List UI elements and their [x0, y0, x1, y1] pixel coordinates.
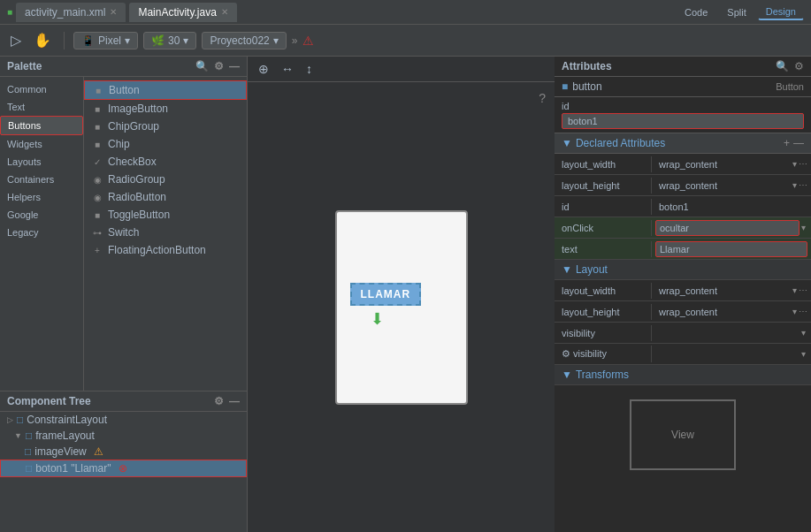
pan-tool-button[interactable]: ✋ — [30, 30, 55, 50]
palette-category-common[interactable]: Common — [0, 80, 83, 98]
declared-attrs-title: ▼ Declared Attributes — [562, 137, 665, 149]
llamar-button-label: LLAMAR — [361, 288, 411, 300]
button-item-icon: ■ — [92, 86, 104, 95]
framelayout-label: frameLayout — [35, 429, 95, 442]
declared-attrs-collapse-icon[interactable]: ▼ — [562, 137, 572, 149]
api-level-dropdown[interactable]: 🌿 30 ▾ — [143, 32, 196, 49]
layout-attr-value-container-visibility2: ▾ — [652, 347, 811, 361]
layout-attr-value-container-visibility: ▾ — [652, 326, 811, 339]
declared-attrs-add-icon[interactable]: + — [784, 137, 790, 149]
api-level-label: 30 — [168, 34, 180, 47]
palette-category-widgets[interactable]: Widgets — [0, 135, 83, 153]
layout-attr-value-visibility — [655, 331, 800, 335]
tree-item-imageview[interactable]: □ imageView ⚠ — [0, 444, 247, 460]
attributes-settings-icon[interactable]: ⚙ — [794, 60, 804, 72]
tree-item-boton1[interactable]: □ boton1 "Llamar" ⊗ — [0, 460, 247, 477]
palette-category-layouts[interactable]: Layouts — [0, 153, 83, 171]
component-tree-minimize-icon[interactable]: — — [229, 395, 240, 407]
palette-header-icons: 🔍 ⚙ — — [195, 60, 240, 72]
project-dropdown[interactable]: Proyecto022 ▾ — [202, 32, 286, 49]
code-mode-button[interactable]: Code — [677, 4, 715, 20]
refresh-button[interactable]: ⊕ — [255, 60, 272, 78]
palette-settings-icon[interactable]: ⚙ — [214, 60, 224, 72]
layout-width-extra-btn[interactable]: ⋯ — [799, 285, 807, 295]
split-mode-button[interactable]: Split — [719, 4, 754, 20]
attr-input-text[interactable] — [655, 241, 807, 257]
palette-item-fab[interactable]: + FloatingActionButton — [84, 241, 247, 259]
palette-item-chip[interactable]: ■ Chip — [84, 135, 247, 153]
palette-item-togglebutton[interactable]: ■ ToggleButton — [84, 206, 247, 224]
framelayout-expand-icon: ▼ — [14, 431, 22, 440]
attr-value-layout-height: wrap_content — [655, 179, 791, 193]
attr-layout-width-extra-btn[interactable]: ⋯ — [799, 159, 807, 169]
tab-java-label: MainActivity.java — [138, 6, 216, 19]
device-icon: 📱 — [81, 34, 95, 47]
palette-category-helpers[interactable]: Helpers — [0, 188, 83, 206]
error-indicator[interactable]: ⚠ — [302, 34, 314, 48]
layout-attr-dropdown-visibility[interactable]: ▾ — [800, 328, 807, 338]
tab-xml-close[interactable]: ✕ — [110, 7, 117, 17]
widget-name: ■ button — [562, 80, 602, 93]
declared-attrs-label: Declared Attributes — [576, 137, 665, 149]
palette-item-switch[interactable]: ⊶ Switch — [84, 224, 247, 241]
layout-attr-dropdown-width[interactable]: ▾ — [791, 285, 799, 295]
layout-attr-name-visibility2: ⚙ visibility — [555, 346, 652, 362]
attr-name-id: id — [555, 199, 652, 215]
palette-item-button[interactable]: ■ Button — [84, 80, 247, 100]
layout-attr-name-width: layout_width — [555, 283, 652, 299]
palette-close-icon[interactable]: — — [229, 60, 240, 72]
attributes-title: Attributes — [562, 60, 612, 72]
declared-attrs-remove-icon[interactable]: — — [793, 137, 804, 149]
tab-xml-icon: ■ — [7, 7, 12, 17]
chipgroup-item-label: ChipGroup — [108, 120, 159, 133]
layout-height-extra-btn[interactable]: ⋯ — [799, 307, 807, 316]
chipgroup-item-icon: ■ — [91, 122, 103, 132]
attr-value-id: boton1 — [655, 200, 807, 214]
select-tool-button[interactable]: ▷ — [7, 30, 25, 50]
attr-dropdown-layout-width[interactable]: ▾ — [791, 159, 799, 169]
palette-category-containers[interactable]: Containers — [0, 171, 83, 188]
palette-items: ■ Button ■ ImageButton ■ ChipGroup ■ Chi… — [84, 77, 247, 391]
component-tree-settings-icon[interactable]: ⚙ — [214, 395, 224, 407]
tab-java-close[interactable]: ✕ — [221, 7, 228, 17]
id-input[interactable] — [562, 113, 804, 129]
tree-item-constraintlayout[interactable]: ▷ □ ConstraintLayout — [0, 412, 247, 428]
attr-dropdown-layout-height[interactable]: ▾ — [791, 180, 799, 190]
forward-arrow: » — [292, 34, 298, 47]
attributes-search-icon[interactable]: 🔍 — [776, 60, 789, 72]
palette-category-text[interactable]: Text — [0, 98, 83, 116]
imageview-warning-icon: ⚠ — [94, 445, 103, 458]
layout-attr-dropdown-visibility2[interactable]: ▾ — [800, 349, 807, 359]
palette-item-radiobutton[interactable]: ◉ RadioButton — [84, 188, 247, 206]
attr-dropdown-onclick[interactable]: ▾ — [800, 223, 807, 232]
id-label: id — [562, 101, 804, 111]
tab-activity-main-xml[interactable]: activity_main.xml ✕ — [16, 3, 126, 22]
palette-item-chipgroup[interactable]: ■ ChipGroup — [84, 118, 247, 135]
attr-input-onclick[interactable] — [655, 220, 800, 236]
attr-layout-height-extra-btn[interactable]: ⋯ — [799, 180, 807, 190]
palette-item-imagebutton[interactable]: ■ ImageButton — [84, 100, 247, 118]
imageview-type-icon: □ — [25, 445, 31, 458]
design-mode-button[interactable]: Design — [758, 4, 804, 20]
layout-attr-dropdown-height[interactable]: ▾ — [791, 307, 799, 316]
fab-item-icon: + — [91, 246, 103, 255]
palette-category-legacy[interactable]: Legacy — [0, 224, 83, 241]
layout-attr-value-container-width: wrap_content ▾ ⋯ — [652, 282, 811, 300]
tab-xml-label: activity_main.xml — [25, 6, 105, 19]
device-dropdown[interactable]: 📱 Pixel ▾ — [73, 32, 138, 49]
palette-item-checkbox[interactable]: ✓ CheckBox — [84, 153, 247, 171]
help-icon[interactable]: ? — [539, 91, 546, 105]
palette-category-google[interactable]: Google — [0, 206, 83, 224]
vertical-guides-button[interactable]: ↕ — [302, 60, 316, 78]
tree-item-framelayout[interactable]: ▼ □ frameLayout — [0, 428, 247, 444]
palette-category-buttons[interactable]: Buttons — [0, 116, 83, 135]
palette-search-icon[interactable]: 🔍 — [195, 60, 209, 72]
view-widget-label: View — [671, 429, 694, 441]
transforms-section-collapse-icon[interactable]: ▼ — [562, 369, 572, 381]
boton1-type-icon: □ — [26, 462, 32, 475]
component-tree-title: Component Tree — [7, 395, 91, 407]
palette-item-radiogroup[interactable]: ◉ RadioGroup — [84, 171, 247, 188]
horizontal-guides-button[interactable]: ↔ — [278, 60, 297, 78]
tab-main-activity-java[interactable]: MainActivity.java ✕ — [129, 3, 236, 22]
layout-section-collapse-icon[interactable]: ▼ — [562, 263, 572, 276]
